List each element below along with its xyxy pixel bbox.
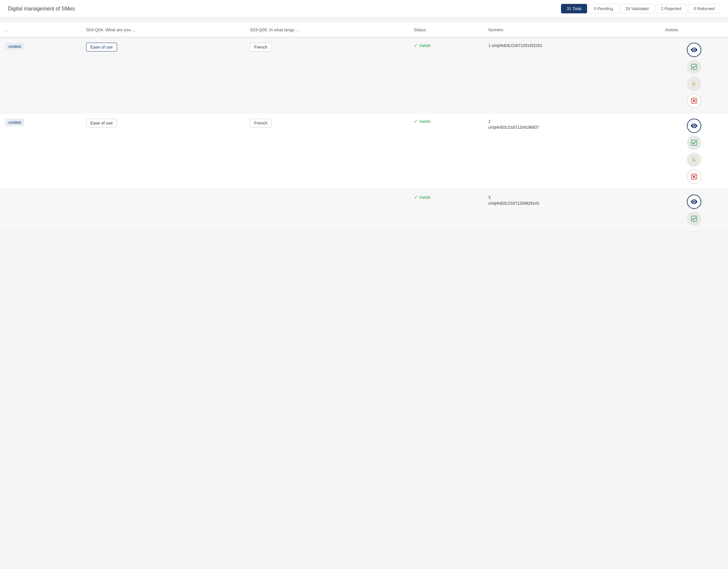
checkmark-icon: ✓: [414, 119, 418, 124]
row1-status-valide: ✓ Validé: [414, 43, 478, 48]
row2-return-button[interactable]: [687, 153, 701, 167]
row2-q05: French: [245, 113, 408, 189]
row3-ellipsis: [0, 189, 81, 232]
responses-table: ... S03-Q04. What are you ... S03-Q05. I…: [0, 23, 728, 232]
row2-numero: 2 uVqI4nE0LO1671204196837: [483, 113, 660, 189]
row3-numero-cell: 3 uVqI4nE0LO1671204829143: [488, 195, 655, 206]
row3-q05: [245, 189, 408, 232]
row1-q05-tag: French: [250, 43, 271, 52]
row3-q04: [81, 189, 245, 232]
row2-status-valide: ✓ Validé: [414, 119, 478, 124]
stat-rejected[interactable]: 2 Rejected: [656, 4, 687, 13]
row2-q05-tag: French: [250, 119, 271, 127]
return-icon: [691, 157, 697, 163]
row1-actions-cell: [665, 43, 723, 108]
col-ellipsis: ...: [0, 23, 81, 37]
col-q04: S03-Q04. What are you ...: [81, 23, 245, 37]
table-row: ovided Ease of use French ✓ Validé 2: [0, 113, 728, 189]
row1-numero-text: 1 uVqI4nE0LO1671201432261: [488, 43, 542, 48]
row2-actions-cell: [665, 119, 723, 184]
row3-status-valide: ✓ Validé: [414, 195, 478, 200]
table-body: ovided Ease of use French ✓ Validé 1 uV: [0, 37, 728, 232]
reject-icon: [691, 98, 697, 104]
row3-numero-line2: uVqI4nE0LO1671204829143: [488, 201, 655, 206]
row2-status-text: Validé: [419, 119, 431, 124]
row2-numero-cell: 2 uVqI4nE0LO1671204196837: [488, 119, 655, 130]
row2-ellipsis: ovided: [0, 113, 81, 189]
page-header: Digital management of SMes 31 Total 0 Pe…: [0, 0, 728, 18]
eye-icon: [691, 48, 697, 52]
eye-icon: [691, 124, 697, 128]
row1-status-text: Validé: [419, 43, 431, 48]
row1-numero: 1 uVqI4nE0LO1671201432261: [483, 37, 660, 113]
row1-q04: Ease of use: [81, 37, 245, 113]
row1-q04-tag: Ease of use: [86, 43, 117, 52]
row3-validate-button[interactable]: [687, 212, 701, 226]
row3-status: ✓ Validé: [409, 189, 483, 232]
row1-ellipsis-tag: ovided: [5, 43, 24, 50]
row1-reject-button[interactable]: [687, 94, 701, 108]
checkmark-box-icon: [691, 216, 697, 222]
checkmark-icon: ✓: [414, 43, 418, 48]
page-title: Digital management of SMes: [8, 6, 75, 12]
col-numero: Numéro: [483, 23, 660, 37]
row2-numero-line2: uVqI4nE0LO1671204196837: [488, 125, 655, 130]
row2-validate-button[interactable]: [687, 136, 701, 150]
row3-actions: [660, 189, 728, 232]
stat-total[interactable]: 31 Total: [561, 4, 587, 13]
row2-actions: [660, 113, 728, 189]
stat-pending[interactable]: 0 Pending: [588, 4, 619, 13]
row2-reject-button[interactable]: [687, 170, 701, 184]
row2-q04: Ease of use: [81, 113, 245, 189]
stat-returned[interactable]: 0 Returned: [688, 4, 720, 13]
row2-status: ✓ Validé: [409, 113, 483, 189]
row1-status: ✓ Validé: [409, 37, 483, 113]
row1-actions: [660, 37, 728, 113]
row2-view-button[interactable]: [687, 119, 701, 133]
main-table-container: ... S03-Q04. What are you ... S03-Q05. I…: [0, 23, 728, 232]
eye-icon: [691, 200, 697, 204]
col-actions: Actons: [660, 23, 728, 37]
return-icon: [691, 81, 697, 87]
stats-bar: 31 Total 0 Pending 29 Validated 2 Reject…: [561, 4, 720, 13]
stat-validated[interactable]: 29 Validated: [620, 4, 654, 13]
table-header: ... S03-Q04. What are you ... S03-Q05. I…: [0, 23, 728, 37]
row2-ellipsis-tag: ovided: [5, 119, 24, 126]
row1-view-button[interactable]: [687, 43, 701, 57]
row1-numero-cell: 1 uVqI4nE0LO1671201432261: [488, 43, 655, 49]
checkmark-box-icon: [691, 140, 697, 146]
col-status: Status: [409, 23, 483, 37]
reject-icon: [691, 174, 697, 180]
table-row: ovided Ease of use French ✓ Validé 1 uV: [0, 37, 728, 113]
row1-q05: French: [245, 37, 408, 113]
row3-numero-line1: 3: [488, 195, 655, 201]
row1-ellipsis: ovided: [0, 37, 81, 113]
col-q05: S03-Q05. In what langu ...: [245, 23, 408, 37]
row1-validate-button[interactable]: [687, 60, 701, 74]
checkmark-icon: ✓: [414, 195, 418, 200]
table-row: ✓ Validé 3 uVqI4nE0LO1671204829143: [0, 189, 728, 232]
row3-actions-cell: [665, 195, 723, 226]
checkmark-box-icon: [691, 64, 697, 70]
row3-numero: 3 uVqI4nE0LO1671204829143: [483, 189, 660, 232]
row3-status-text: Validé: [419, 195, 431, 200]
row2-q04-tag: Ease of use: [86, 119, 117, 127]
row1-return-button[interactable]: [687, 77, 701, 91]
row3-view-button[interactable]: [687, 195, 701, 209]
row2-numero-line1: 2: [488, 119, 655, 125]
